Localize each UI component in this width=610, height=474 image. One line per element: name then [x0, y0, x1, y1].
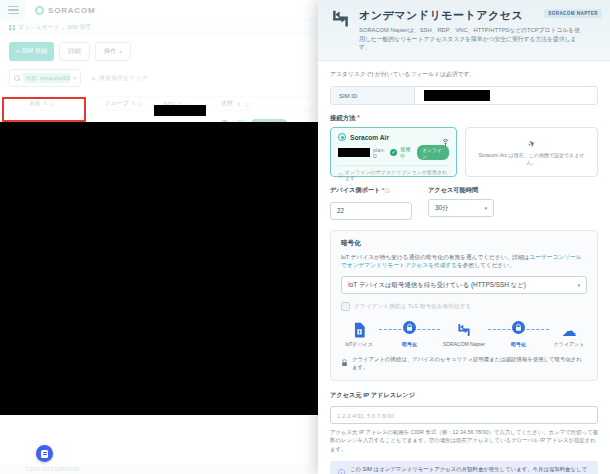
paper-plane-icon: ✈ — [526, 138, 537, 150]
arc-card-text: Soracom Arc は現在、この画面で設定できません。 — [476, 152, 587, 166]
panel-header: オンデマンドリモートアクセス SORACOM Napterは、SSH、RDP、V… — [318, 0, 610, 61]
info-icon: ⓘ — [338, 468, 345, 474]
air-plan-text: plan-D — [373, 147, 387, 159]
lock-icon — [403, 320, 416, 338]
redaction-box-sim-id — [424, 90, 490, 101]
panel-body: アスタリスク (*) が付いているフィールドは必須です。 SIM ID 接続方法… — [318, 61, 610, 474]
diagram-node-napter: SORACOM Napter — [442, 320, 486, 347]
air-status-text: 使用中 — [400, 146, 414, 160]
soracom-napter-badge: SORACOM NAPTER — [544, 9, 602, 18]
panel-description: SORACOM Napterは、SSH、RDP、VNC、HTTP/HTTPSなど… — [359, 26, 585, 52]
ip-range-section: アクセス元 IP アドレスレンジ アクセス元 IP アドレスの範囲を CIDR … — [330, 391, 598, 454]
cloud-icon: ☁ — [562, 320, 577, 338]
encryption-footnote: クライアントの接続は、デバイスのセキュリティ証明書または認証情報を使用して暗号化… — [341, 356, 587, 371]
diagram-node-client: ☁ クライアント — [551, 320, 587, 347]
connection-method-cards: Soracom Air plan-D ✓ 使用中 オンライン — [330, 127, 598, 177]
info-icon: ⓘ — [338, 172, 343, 178]
connection-method-label: 接続方法 * — [330, 114, 598, 123]
document-icon — [41, 450, 48, 458]
encryption-description: IoT デバイスが待ち受ける通信の暗号化の有無を選んでください。詳細はユーザーコ… — [341, 253, 587, 271]
chevron-down-icon: ▾ — [577, 282, 580, 288]
port-duration-row: デバイス側ポート *ⓘ アクセス可能時間 30分 ▾ — [330, 186, 598, 220]
access-duration-select[interactable]: 30分 ▾ — [428, 199, 494, 217]
sim-card-icon — [353, 320, 366, 338]
napter-panel: オンデマンドリモートアクセス SORACOM Napterは、SSH、RDP、V… — [318, 0, 610, 474]
encryption-title: 暗号化 — [341, 239, 587, 248]
encryption-diagram: IoTデバイス 暗号化 — [341, 320, 587, 347]
redaction-box-imsi — [154, 105, 206, 116]
lock-icon — [512, 320, 525, 338]
napter-icon — [330, 8, 351, 52]
diagram-connector: 暗号化 — [377, 320, 442, 347]
sim-id-value — [415, 87, 597, 104]
chevron-down-icon: ▾ — [484, 205, 487, 211]
billing-notice-banner: ⓘ この SIM はオンデマンドリモートアクセスの月額料金が発生しています。今月… — [330, 461, 598, 474]
access-duration-label: アクセス可能時間 — [428, 186, 494, 195]
device-port-input[interactable] — [330, 202, 412, 220]
tls-checkbox-label: クライアント接続は TLS 暗号化を有効化する — [354, 303, 471, 311]
ip-range-help-text: アクセス元 IP アドレスの範囲を CIDR 形式（例：12.34.56.78/… — [330, 428, 598, 453]
device-port-label: デバイス側ポート *ⓘ — [330, 186, 412, 195]
redaction-box-table — [0, 122, 318, 415]
encryption-mode-select[interactable]: IoT デバイスは暗号通信を待ち受けている (HTTPS/SSH など) ▾ — [341, 276, 587, 294]
air-subscription-note: ⓘ オンラインのサブスクリプションが使用されます — [338, 165, 449, 181]
redaction-box-card-sim — [338, 148, 370, 157]
tls-checkbox-row: クライアント接続は TLS 暗号化を有効化する — [341, 302, 587, 311]
tls-checkbox[interactable] — [341, 302, 350, 311]
sim-id-row: SIM ID — [330, 86, 598, 105]
check-circle-icon: ✓ — [390, 149, 397, 156]
support-fab-button[interactable] — [36, 445, 53, 462]
diagram-node-device: IoTデバイス — [341, 320, 377, 347]
required-fields-note: アスタリスク (*) が付いているフィールドは必須です。 — [330, 70, 598, 79]
soracom-arc-card[interactable]: ✈ Soracom Arc は現在、この画面で設定できません。 — [465, 127, 598, 177]
encryption-section: 暗号化 IoT デバイスが待ち受ける通信の暗号化の有無を選んでください。詳細はユ… — [330, 230, 598, 381]
info-icon[interactable]: ⓘ — [385, 187, 390, 193]
air-card-name: Soracom Air — [350, 134, 389, 141]
sim-id-label: SIM ID — [331, 87, 415, 104]
cellular-antenna-icon — [441, 133, 450, 151]
ip-range-label: アクセス元 IP アドレスレンジ — [330, 391, 598, 400]
lock-icon — [341, 359, 348, 370]
napter-icon — [456, 320, 472, 338]
diagram-connector: 暗号化 — [486, 320, 551, 347]
ip-range-input[interactable] — [330, 406, 598, 424]
soracom-air-card[interactable]: Soracom Air plan-D ✓ 使用中 オンライン — [330, 127, 457, 177]
highlight-rectangle — [2, 97, 86, 122]
radio-selected-icon[interactable] — [338, 133, 346, 141]
